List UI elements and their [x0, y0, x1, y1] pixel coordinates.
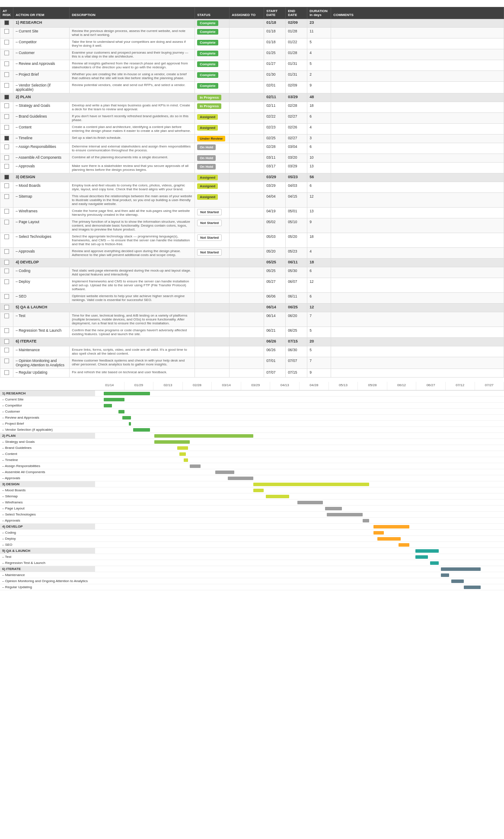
action-cell: – Test: [13, 312, 70, 327]
action-cell: – Current Site: [13, 28, 70, 38]
status-cell: [195, 259, 230, 267]
risk-cell[interactable]: [0, 369, 13, 378]
header-start: STARTDATE: [264, 7, 286, 19]
status-cell: Complete: [195, 28, 230, 38]
risk-cell[interactable]: [0, 327, 13, 338]
gantt-label: – Test: [0, 554, 95, 560]
risk-cell[interactable]: [0, 357, 13, 369]
risk-cell[interactable]: [0, 154, 13, 163]
end-cell: 02/27: [286, 134, 307, 143]
comments-cell: [331, 71, 504, 82]
risk-cell[interactable]: [0, 173, 13, 182]
gantt-bar: [122, 416, 131, 420]
gantt-bar: [327, 513, 363, 516]
risk-cell[interactable]: [0, 143, 13, 154]
status-cell: Assigned: [195, 113, 230, 124]
risk-cell[interactable]: [0, 124, 13, 134]
end-cell: 02/27: [286, 113, 307, 124]
start-cell: 03/17: [264, 163, 286, 173]
gantt-bar-container: [95, 554, 504, 560]
gantt-bar: [325, 507, 342, 510]
status-cell: Complete: [195, 19, 230, 28]
header-action: ACTION OR ITEM: [13, 7, 70, 19]
gantt-bar-container: [95, 487, 504, 493]
comments-cell: [331, 113, 504, 124]
status-cell: In Progress: [195, 93, 230, 102]
risk-cell[interactable]: [0, 60, 13, 71]
end-cell: 01/31: [286, 60, 307, 71]
risk-cell[interactable]: [0, 248, 13, 259]
risk-cell[interactable]: [0, 134, 13, 143]
risk-cell[interactable]: [0, 338, 13, 346]
risk-cell[interactable]: [0, 346, 13, 357]
gantt-bar: [118, 410, 125, 413]
risk-cell[interactable]: [0, 218, 13, 233]
gantt-bar-container: [95, 445, 504, 451]
desc-cell: Take the time to understand what your co…: [70, 38, 195, 49]
desc-cell: Review all insights gathered from the re…: [70, 60, 195, 71]
gantt-bar: [129, 422, 131, 426]
gantt-label: – Content: [0, 451, 95, 457]
gantt-bar: [399, 543, 409, 547]
desc-cell: Optimize website elements to help your s…: [70, 293, 195, 304]
duration-cell: 7: [307, 357, 331, 369]
assigned-cell: [230, 134, 264, 143]
action-cell: 2) PLAN: [13, 93, 195, 102]
start-cell: 05/27: [264, 278, 286, 293]
status-cell: Complete: [195, 60, 230, 71]
risk-cell[interactable]: [0, 267, 13, 278]
risk-cell[interactable]: [0, 233, 13, 248]
risk-cell[interactable]: [0, 293, 13, 304]
risk-cell[interactable]: [0, 182, 13, 193]
assigned-cell: [230, 278, 264, 293]
risk-cell[interactable]: [0, 304, 13, 312]
status-cell: [195, 312, 230, 327]
status-cell: Complete: [195, 82, 230, 93]
end-cell: 06/11: [286, 259, 307, 267]
comments-cell: [331, 28, 504, 38]
status-cell: Not Started: [195, 208, 230, 218]
gantt-date: 02/13: [153, 382, 183, 390]
gantt-date: 03/29: [241, 382, 271, 390]
comments-cell: [331, 304, 504, 312]
risk-cell[interactable]: [0, 193, 13, 208]
duration-cell: 5: [307, 327, 331, 338]
risk-cell[interactable]: [0, 163, 13, 173]
gantt-date: 05/28: [358, 382, 387, 390]
comments-cell: [331, 218, 504, 233]
desc-cell: Make sure there is a stakeholder review …: [70, 163, 195, 173]
risk-cell[interactable]: [0, 208, 13, 218]
status-cell: [195, 293, 230, 304]
action-cell: – Select Technologies: [13, 233, 70, 248]
action-cell: 6) ITERATE: [13, 338, 195, 346]
comments-cell: [331, 134, 504, 143]
risk-cell[interactable]: [0, 82, 13, 93]
risk-cell[interactable]: [0, 71, 13, 82]
risk-cell[interactable]: [0, 259, 13, 267]
end-cell: 03/29: [286, 163, 307, 173]
risk-cell[interactable]: [0, 278, 13, 293]
risk-cell[interactable]: [0, 93, 13, 102]
end-cell: 05/23: [286, 248, 307, 259]
risk-cell[interactable]: [0, 49, 13, 60]
status-cell: Under Review: [195, 134, 230, 143]
duration-cell: 18: [307, 259, 331, 267]
risk-cell[interactable]: [0, 38, 13, 49]
duration-cell: 4: [307, 124, 331, 134]
desc-cell: Select the appropriate technology stack …: [70, 233, 195, 248]
gantt-date: 06/27: [416, 382, 446, 390]
desc-cell: Whether you are creating the site in-hou…: [70, 71, 195, 82]
risk-cell[interactable]: [0, 113, 13, 124]
duration-cell: 2: [307, 71, 331, 82]
assigned-cell: [230, 182, 264, 193]
end-cell: 01/28: [286, 49, 307, 60]
risk-cell[interactable]: [0, 102, 13, 113]
gantt-bar-container: [95, 439, 504, 445]
desc-cell: Review and approve everything decided up…: [70, 248, 195, 259]
comments-cell: [331, 102, 504, 113]
risk-cell[interactable]: [0, 312, 13, 327]
risk-cell[interactable]: [0, 19, 13, 28]
start-cell: 04/04: [264, 193, 286, 208]
risk-cell[interactable]: [0, 28, 13, 38]
comments-cell: [331, 327, 504, 338]
